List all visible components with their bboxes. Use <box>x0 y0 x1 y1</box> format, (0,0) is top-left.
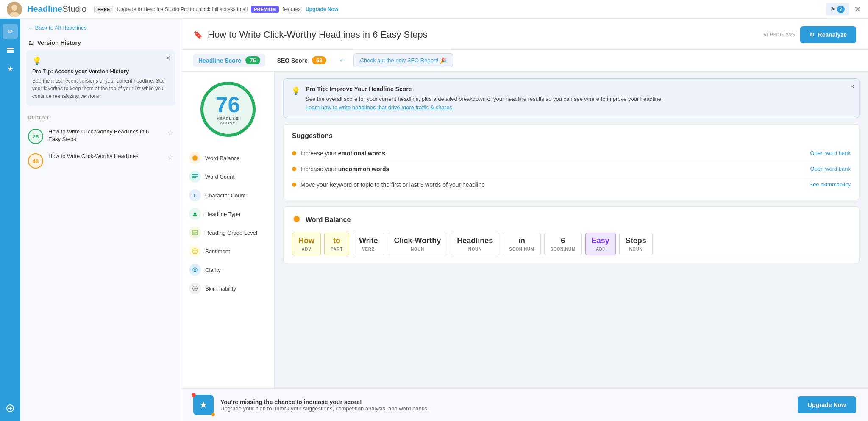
seo-arrow-icon: ← <box>338 55 347 65</box>
suggestions-panel: Suggestions Increase your emotional word… <box>283 124 860 200</box>
reanalyze-button[interactable]: ↻ Reanalyze <box>800 26 856 43</box>
top-nav: Headline Studio FREE Upgrade to Headline… <box>0 0 868 19</box>
svg-point-18 <box>192 249 198 254</box>
suggestion-bold: uncommon words <box>338 166 389 172</box>
suggestion-dot <box>292 167 296 171</box>
version-history-label: Version History <box>37 39 81 46</box>
headline-type-icon <box>189 208 201 220</box>
score-tabs: Headline Score 76 SEO Score 63 ← Check o… <box>181 50 868 72</box>
headline-header: 🔖 How to Write Click-Worthy Headlines in… <box>181 19 868 50</box>
main-layout: ✏ ★ ← Back to All Headlines 🗂 Version Hi… <box>0 19 868 421</box>
close-button[interactable]: ✕ <box>854 4 861 14</box>
info-panel: ✕ 💡 Pro Tip: Improve Your Headline Score… <box>283 78 860 118</box>
seo-score-label: SEO Score <box>277 57 308 64</box>
headline-score-value: 76 <box>245 56 260 64</box>
word-balance-label: Word Balance <box>205 155 239 161</box>
list-item[interactable]: 48 How to Write Click-Worthy Headlines ☆ <box>20 148 181 173</box>
recent-label: RECENT <box>20 113 181 124</box>
reading-grade-label: Reading Grade Level <box>205 230 257 236</box>
upgrade-now-button[interactable]: Upgrade Now <box>798 396 856 413</box>
metric-word-count[interactable]: Word Count <box>186 167 269 186</box>
info-panel-content: Pro Tip: Improve Your Headline Score See… <box>306 86 663 111</box>
sentiment-icon <box>189 245 201 257</box>
upgrade-link[interactable]: Upgrade Now <box>306 6 338 12</box>
metric-headline-type[interactable]: Headline Type <box>186 205 269 223</box>
svg-rect-17 <box>193 233 196 234</box>
word-chip: Easy ADJ <box>585 233 616 255</box>
version-history-header: 🗂 Version History <box>20 37 181 50</box>
metric-reading-grade[interactable]: Reading Grade Level <box>186 223 269 242</box>
word-chips: How ADV to PART Write VERB Click-Worth <box>292 233 851 255</box>
info-panel-title: Pro Tip: Improve Your Headline Score <box>306 86 663 92</box>
word-chip: Steps NOUN <box>619 233 653 255</box>
close-info-panel-button[interactable]: ✕ <box>850 83 855 90</box>
sidebar-pencil-button[interactable]: ✏ <box>3 24 18 39</box>
big-score-number: 76 <box>216 94 240 116</box>
tab-seo-score[interactable]: SEO Score 63 <box>272 54 332 67</box>
see-skimmability-link[interactable]: See skimmability <box>809 181 851 188</box>
svg-marker-14 <box>193 212 197 216</box>
back-link[interactable]: ← Back to All Headlines <box>20 19 181 37</box>
upgrade-text: You're missing the chance to increase yo… <box>220 399 428 412</box>
svg-rect-16 <box>193 232 197 233</box>
avatar <box>7 2 22 17</box>
suggestion-dot <box>292 151 296 155</box>
word-chip: to PART <box>324 233 349 255</box>
suggestion-bold: emotional words <box>338 150 385 157</box>
content-area: 76 HEADLINESCORE Word Balance Word Count <box>181 72 868 388</box>
star-button[interactable]: ☆ <box>167 153 173 161</box>
svg-point-1 <box>11 5 17 11</box>
close-pro-tip-button[interactable]: ✕ <box>166 55 171 61</box>
suggestion-left: Move your keyword or topic to the first … <box>292 181 485 188</box>
notifications-button[interactable]: ⚑ 2 <box>826 3 849 15</box>
metrics-sidebar: 76 HEADLINESCORE Word Balance Word Count <box>181 72 275 388</box>
word-chip: How ADV <box>292 233 321 255</box>
clarity-icon <box>189 264 201 276</box>
left-panel: ← Back to All Headlines 🗂 Version Histor… <box>20 19 181 421</box>
metric-skimmability[interactable]: Skimmability <box>186 279 269 298</box>
right-panel: ✕ 💡 Pro Tip: Improve Your Headline Score… <box>275 72 868 388</box>
version-info: VERSION 2/25 <box>764 32 795 37</box>
word-balance-panel-icon <box>292 214 301 226</box>
svg-point-26 <box>294 216 300 222</box>
score-badge: 76 <box>28 129 43 144</box>
svg-rect-3 <box>7 48 14 49</box>
suggestion-left: Increase your uncommon words <box>292 166 389 172</box>
upgrade-banner: ★ You're missing the chance to increase … <box>181 388 868 421</box>
metric-character-count[interactable]: T Character Count <box>186 186 269 205</box>
bookmark-icon: 🔖 <box>193 30 203 39</box>
sidebar-star-button[interactable]: ★ <box>3 61 18 76</box>
svg-rect-10 <box>192 174 198 175</box>
pro-tip-icon: 💡 <box>32 56 169 66</box>
word-count-label: Word Count <box>205 174 234 180</box>
page-title: How to Write Click-Worthy Headlines in 6… <box>208 29 759 40</box>
metric-sentiment[interactable]: Sentiment <box>186 242 269 260</box>
skimmability-icon <box>189 283 201 294</box>
sidebar-plus-button[interactable] <box>3 401 18 416</box>
version-history-icon: 🗂 <box>28 39 34 46</box>
tab-headline-score[interactable]: Headline Score 76 <box>193 54 265 67</box>
recent-item-title: How to Write Click-Worthy Headlines <box>48 152 162 160</box>
headline-score-circle: 76 HEADLINESCORE <box>200 82 256 137</box>
open-word-bank-link-1[interactable]: Open word bank <box>810 150 851 156</box>
character-count-icon: T <box>189 189 201 201</box>
word-balance-icon <box>189 152 201 164</box>
top-nav-right: ⚑ 2 ✕ <box>826 3 861 15</box>
word-balance-panel-title: Word Balance <box>306 216 351 224</box>
promo-bar: FREE Upgrade to Headline Studio Pro to u… <box>94 6 338 13</box>
promo-text: Upgrade to Headline Studio Pro to unlock… <box>117 6 248 12</box>
word-chip: 6 SCON,NUM <box>544 233 582 255</box>
open-word-bank-link-2[interactable]: Open word bank <box>810 166 851 172</box>
big-score-label: HEADLINESCORE <box>217 116 239 125</box>
metric-clarity[interactable]: Clarity <box>186 260 269 279</box>
svg-point-22 <box>194 269 196 271</box>
sidebar-layers-button[interactable] <box>3 42 18 58</box>
svg-point-20 <box>196 250 197 251</box>
star-button[interactable]: ☆ <box>167 129 173 137</box>
metric-word-balance[interactable]: Word Balance <box>186 149 269 167</box>
free-badge: FREE <box>94 6 113 13</box>
list-item[interactable]: 76 How to Write Click-Worthy Headlines i… <box>20 124 181 148</box>
info-icon: 💡 <box>291 86 300 111</box>
seo-cta-button[interactable]: Check out the new SEO Report! 🎉 <box>353 53 453 67</box>
info-panel-link[interactable]: Learn how to write headlines that drive … <box>306 104 454 111</box>
